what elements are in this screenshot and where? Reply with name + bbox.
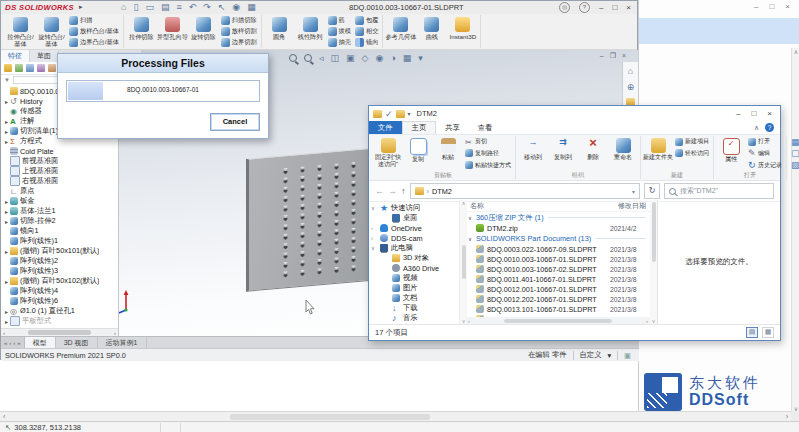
expand-arrow-icon[interactable]: ▸ [3,98,10,105]
scroll-right-icon[interactable]: › [114,330,116,336]
dimxpert-tab-icon[interactable] [37,64,45,72]
custom-views[interactable]: 自定义 [580,350,602,360]
previous-view-icon[interactable]: ◃ [319,53,324,63]
column-name[interactable]: 名称 [470,201,484,211]
tree-item[interactable]: 阵列(线性)2 [1,256,118,266]
collapse-ribbon-icon[interactable]: ∧ [754,124,759,132]
tree-item[interactable]: 原点 [1,186,118,196]
ribbon-button[interactable]: Instant3D [447,15,478,48]
feature-manager-tab-icon[interactable] [4,64,12,72]
expand-arrow-icon[interactable]: ▸ [3,248,10,255]
ribbon-button[interactable]: 历史记录 [746,159,784,171]
tree-item[interactable]: 阵列(线性)6 [1,296,118,306]
nav-item[interactable]: 视频 [369,273,459,283]
ribbon-button[interactable]: 边界切割 [219,37,259,48]
refresh-icon[interactable]: ↻ [644,183,660,199]
maximize-icon[interactable]: □ [769,2,774,11]
menu-tab[interactable]: 主页 [402,121,437,134]
doc-minimize-icon[interactable]: – [600,52,604,60]
tab-scroll-icon[interactable]: » [17,340,20,346]
ribbon-button[interactable]: 轻松访问 [673,148,711,160]
tree-item[interactable]: 镜向1 [1,226,118,236]
home-icon[interactable]: ⌂ [121,2,126,12]
scrollbar-vertical[interactable]: ∧ ∨ [791,48,799,412]
nav-item[interactable]: 桌面 [369,213,459,223]
doc-restore-icon[interactable]: ❐ [610,52,616,60]
ribbon-button[interactable]: 复制到 [548,136,578,171]
back-icon[interactable]: ← [375,186,384,196]
details-view-icon[interactable]: ▤ [746,327,758,338]
expand-icon[interactable]: ∨ [371,245,377,251]
file-row[interactable]: DTM2.zip 2021/4/2 [466,223,650,233]
list-scrollbar-horizontal[interactable]: ‹ › [466,317,650,324]
ribbon-button[interactable]: 删除 [578,136,608,171]
rebuild-icon[interactable]: ◉ [232,2,240,12]
nav-item[interactable]: 图片 [369,283,459,293]
list-scrollbar-vertical[interactable]: ∨ [650,200,657,324]
tree-item[interactable]: ▸ 平板型式 [1,316,118,326]
scroll-left-icon[interactable]: ‹ [3,413,5,420]
appearance-icon[interactable]: ◑ [390,53,395,63]
ribbon-button[interactable]: 属性 [716,136,746,171]
scroll-thumb[interactable] [652,202,656,262]
maximize-icon[interactable]: □ [751,109,756,118]
print-icon[interactable]: ≡ [176,2,181,12]
file-group-header[interactable]: ∨ 360压缩 ZIP 文件 (1) [466,212,650,223]
tree-item[interactable]: 阵列(线性)3 [1,266,118,276]
explorer-icon[interactable] [373,110,382,118]
tree-item[interactable]: 阵列(线性)1 [1,236,118,246]
ribbon-button[interactable]: 复制路径 [463,148,513,160]
ribbon-button[interactable]: 镜向 [353,37,380,48]
file-row[interactable]: 8DQ.0010.003-10667-01.SLDPRT 2021/3/8 [466,254,650,264]
scroll-thumb[interactable] [504,319,612,323]
caret-down-icon[interactable]: ▾ [607,351,611,360]
file-row[interactable]: 8DQ.0011.401-10667-01.SLDPRT 2021/3/8 [466,274,650,284]
expand-arrow-icon[interactable]: ▸ [3,318,10,325]
close-icon[interactable]: × [626,3,631,12]
icons-view-icon[interactable]: ▦ [762,327,774,338]
viewer-scrollbar-horizontal[interactable]: ‹ › [0,411,791,421]
tree-item[interactable]: 前视基准面 [1,156,118,166]
menu-expand-icon[interactable]: ▸ [79,3,83,11]
ribbon-button[interactable]: 圆角 [264,15,295,48]
display-style-icon[interactable]: ◇ [362,53,369,63]
command-tab[interactable]: 草图 [30,50,59,62]
ribbon-button[interactable]: 扫描 [67,15,121,26]
ribbon-button[interactable]: 新建项目 [673,136,711,148]
up-icon[interactable]: ↑ [401,186,406,196]
file-row[interactable]: 8DQ.0012.001-10667-01.SLDPRT 2021/3/8 [466,284,650,294]
tree-item[interactable]: 阵列(线性)4 [1,286,118,296]
ribbon-button[interactable]: 重命名 [608,136,638,171]
scroll-thumb[interactable] [230,414,430,420]
hide-show-icon[interactable]: ◉ [375,53,383,63]
ribbon-button[interactable]: 复制 [403,136,433,171]
ribbon-button[interactable]: 编辑 [746,148,784,160]
breadcrumb[interactable]: › DTM2 ▾ [410,183,641,199]
forward-icon[interactable]: → [388,186,397,196]
file-row[interactable]: 8DQ.0003.022-10667-09.SLDPRT 2021/3/8 [466,244,650,254]
scroll-thumb[interactable] [462,245,466,279]
search-input[interactable]: 搜索"DTM2" [664,183,774,199]
address-caret-icon[interactable]: ▾ [632,188,635,195]
menu-tab[interactable]: 查看 [469,121,502,134]
ribbon-button[interactable]: 旋转切除 [188,15,219,48]
nav-item[interactable]: › DDS-cam [369,233,459,243]
ribbon-button[interactable]: 抽壳 [326,37,353,48]
nav-item[interactable]: 下载 [369,303,459,313]
ribbon-button[interactable]: 剪切 [463,136,513,148]
view-settings-caret-icon[interactable]: ▾ [418,53,423,63]
expand-icon[interactable]: › [371,225,377,231]
ribbon-button[interactable]: 拔模 [326,26,353,37]
options-icon[interactable]: ▦ [247,2,256,12]
minimize-icon[interactable]: – [736,109,740,118]
scene-icon[interactable]: ▦ [403,53,412,63]
cancel-button[interactable]: Cancel [210,113,260,131]
properties-check-icon[interactable]: ✓ [385,109,393,119]
close-icon[interactable]: × [767,109,772,118]
expand-arrow-icon[interactable]: ▸ [3,128,10,135]
qat-caret-icon[interactable]: ▾ [408,110,411,117]
tab-scroll-icon[interactable]: « [4,340,7,346]
ribbon-button[interactable]: 边界凸台/基体 [67,37,121,48]
sheet-metal-model[interactable] [246,147,378,292]
maximize-icon[interactable]: □ [612,3,617,12]
